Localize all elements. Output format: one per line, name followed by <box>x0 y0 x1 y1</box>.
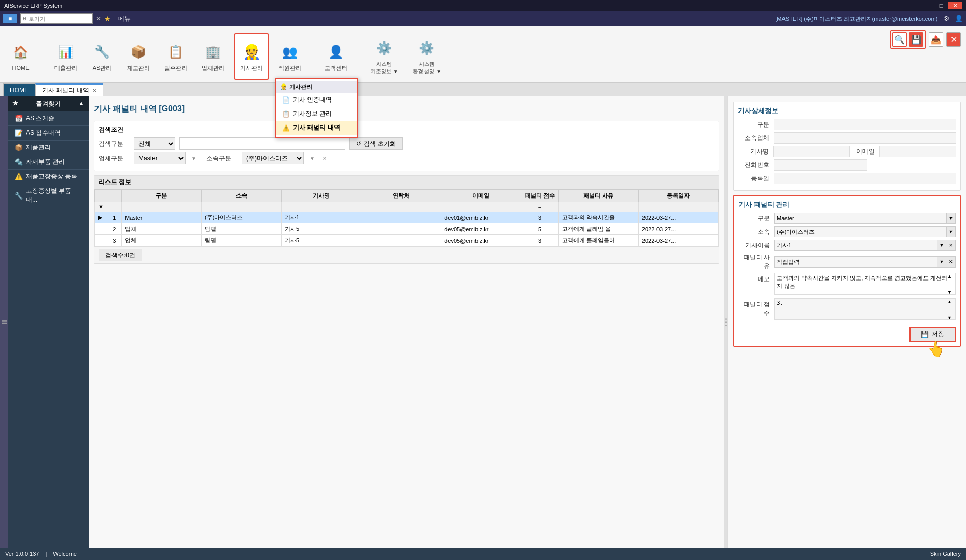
sidebar-item-as-input[interactable]: 📝 AS 접수내역 <box>8 126 89 141</box>
table-container: 구분 소속 기사명 연락처 이메일 패널티 점수 패널티 사유 등록일자 <box>94 189 719 246</box>
ribbon-system2[interactable]: ⚙️ 시스템환경 설정 ▼ <box>408 33 446 80</box>
row1-expand[interactable]: ▶ <box>95 212 107 223</box>
penalty-reason-field: ▼ ✕ <box>774 256 956 268</box>
as-schedule-label: AS 스케쥴 <box>26 114 54 123</box>
col-belong[interactable]: 소속 <box>201 190 281 202</box>
filter-regdate-input[interactable] <box>642 204 715 210</box>
sidebar-collapse[interactable]: ||| <box>0 96 8 548</box>
product-reg-label: 재품고장증상 등록 <box>26 172 77 181</box>
table-row[interactable]: 3 업체 팀펠 기사5 dev05@emibiz.kr 3 고객에게 클레임들어… <box>95 235 719 246</box>
count-bar: 검색수:0건 <box>94 246 719 263</box>
sidebar-header[interactable]: ★ 즐겨찾기 ▲ <box>8 96 89 111</box>
col-score[interactable]: 패널티 점수 <box>521 190 559 202</box>
close-button[interactable]: ✕ <box>948 2 962 9</box>
memo-scroll-down[interactable]: ▼ <box>947 290 956 295</box>
score-scroll: ▲ ▼ <box>947 298 956 321</box>
search-type-select[interactable]: 전체 <box>134 137 175 150</box>
filter-name[interactable] <box>282 202 361 212</box>
collapse-icon[interactable]: ▲ <box>78 100 85 108</box>
penalty-belong-dropdown[interactable]: ▼ <box>946 226 956 237</box>
penalty-name-clear[interactable]: ✕ <box>946 240 956 251</box>
vendor-select[interactable]: Master <box>134 152 186 164</box>
sidebar-item-invoice[interactable]: 🔩 자재부품 관리 <box>8 155 89 170</box>
ribbon-vendor[interactable]: 🏢 업체관리 <box>197 33 230 80</box>
tab-penalty[interactable]: 기사 패널티 내역 ✕ <box>35 83 103 96</box>
sidebar-item-product-reg[interactable]: ⚠️ 재품고장증상 등록 <box>8 170 89 184</box>
quick-access-input[interactable] <box>20 13 93 24</box>
tab-close-icon[interactable]: ✕ <box>92 88 96 93</box>
col-gubun[interactable]: 구분 <box>121 190 201 202</box>
col-name[interactable]: 기사명 <box>282 190 361 202</box>
export-action-icon[interactable]: 📤 <box>929 32 943 47</box>
star-icon[interactable]: ★ <box>104 15 111 23</box>
splitter-dot-2 <box>725 321 727 323</box>
minimize-button[interactable]: ─ <box>923 2 934 9</box>
sidebar-item-product-mgmt[interactable]: 📦 제품관리 <box>8 141 89 155</box>
penalty-gubun-dropdown[interactable]: ▼ <box>946 213 956 224</box>
employee-label: 직원관리 <box>278 64 301 72</box>
filter-score[interactable]: = <box>521 202 559 212</box>
close-quick-icon[interactable]: ✕ <box>96 15 101 22</box>
penalty-name-dropdown[interactable]: ▼ <box>937 240 946 251</box>
filter-gubun[interactable] <box>121 202 201 212</box>
memo-scroll-up[interactable]: ▲ <box>947 274 956 279</box>
tab-home[interactable]: HOME <box>3 83 35 96</box>
close-action-icon[interactable]: ✕ <box>946 32 961 47</box>
ribbon-customer[interactable]: 👤 고객센터 <box>319 33 353 80</box>
filter-contact-input[interactable] <box>365 204 438 210</box>
table-row[interactable]: ▶ 1 Master (주)마이스터즈 기사1 dev01@emibiz.kr … <box>95 212 719 223</box>
penalty-reason-dropdown[interactable]: ▼ <box>937 256 946 268</box>
ribbon-engineer[interactable]: 👷 기사관리 <box>234 33 269 80</box>
search-action-icon[interactable]: 🔍 <box>892 32 907 47</box>
score-scroll-up[interactable]: ▲ <box>947 299 956 304</box>
menu-item-penalty[interactable]: ⚠️ 기사 패널티 내역 <box>276 121 357 135</box>
user-icon[interactable]: 👤 <box>955 15 963 22</box>
db-action-icon[interactable]: 💾 <box>909 32 923 47</box>
col-regdate[interactable]: 등록일자 <box>638 190 718 202</box>
belong-clear-icon[interactable]: ✕ <box>320 156 329 161</box>
filter-reason-input[interactable] <box>562 204 635 210</box>
filter-belong-input[interactable] <box>205 204 278 210</box>
penalty-reason-input[interactable] <box>774 256 937 268</box>
col-email[interactable]: 이메일 <box>441 190 521 202</box>
ribbon-system1[interactable]: ⚙️ 시스템기준정보 ▼ <box>366 33 403 80</box>
col-reason[interactable]: 패널티 사유 <box>558 190 638 202</box>
penalty-memo-textarea[interactable]: 고객과의 약속시간을 지키지 않고, 지속적으로 경고했음에도 개선되지 않음 <box>774 273 956 295</box>
filter-contact[interactable] <box>361 202 441 212</box>
vendor-label: 업체구분 <box>99 154 130 163</box>
search-keyword-input[interactable] <box>179 137 345 150</box>
table-row[interactable]: 2 업체 팀펠 기사5 dev05@emibiz.kr 5 고객에게 클레임 을… <box>95 223 719 235</box>
restore-button[interactable]: □ <box>936 2 946 9</box>
filter-belong[interactable] <box>201 202 281 212</box>
score-scroll-down[interactable]: ▼ <box>947 315 956 320</box>
filter-regdate[interactable] <box>638 202 718 212</box>
filter-email-input[interactable] <box>444 204 517 210</box>
filter-name-input[interactable] <box>285 204 358 210</box>
sidebar-item-as-schedule[interactable]: 📅 AS 스케쥴 <box>8 111 89 126</box>
col-contact[interactable]: 연락처 <box>361 190 441 202</box>
ribbon-order[interactable]: 📋 발주관리 <box>159 33 192 80</box>
ribbon-as[interactable]: 🔧 AS관리 <box>87 33 118 80</box>
penalty-reason-clear[interactable]: ✕ <box>946 256 956 268</box>
save-button[interactable]: 💾 저장 <box>909 327 956 342</box>
filter-email[interactable] <box>441 202 521 212</box>
menu-item-info[interactable]: 📋 기사정보 관리 <box>276 107 357 121</box>
filter-reason[interactable] <box>558 202 638 212</box>
ribbon-employee[interactable]: 👥 직원관리 <box>273 33 306 80</box>
quickbar: ■ ✕ ★ 메뉴 [MASTER] (주)마이스터즈 최고관리자(master@… <box>0 11 966 26</box>
filter-gubun-input[interactable] <box>125 204 198 210</box>
menu-button[interactable]: ■ <box>3 14 17 23</box>
belong-select[interactable]: (주)마이스터즈 <box>242 152 304 164</box>
penalty-icon: ⚠️ <box>282 124 290 132</box>
list-section: 리스트 정보 구분 소속 기사명 연락처 이메일 패널티 점수 <box>94 175 719 264</box>
count-search-button[interactable]: 검색수:0건 <box>99 249 142 261</box>
settings-icon[interactable]: ⚙ <box>944 15 950 22</box>
ribbon-sales[interactable]: 📊 매출관리 <box>49 33 82 80</box>
penalty-name-input[interactable] <box>774 240 937 251</box>
ribbon-inventory[interactable]: 📦 재고관리 <box>122 33 155 80</box>
penalty-name-label: 기사이름 <box>738 241 772 250</box>
ribbon-home[interactable]: 🏠 HOME <box>5 33 36 80</box>
sidebar-item-fault-list[interactable]: 🔧 고장증상별 부품내... <box>8 184 89 207</box>
menu-item-cert[interactable]: 📄 기사 인증내역 <box>276 93 357 107</box>
search-reset-button[interactable]: ↺ 검색 초기화 <box>349 137 403 150</box>
